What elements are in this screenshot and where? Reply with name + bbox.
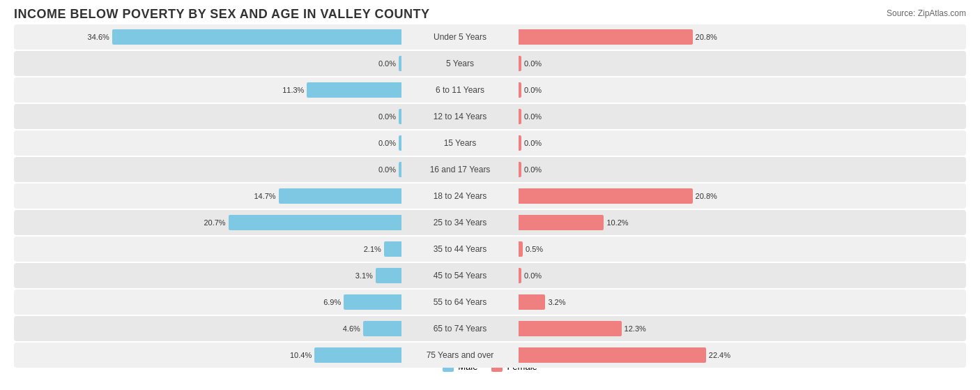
male-value-outside: 0.0% xyxy=(378,139,396,147)
right-side: 0.0% xyxy=(516,157,906,182)
male-bar xyxy=(399,135,401,151)
chart-area: 34.6%Under 5 Years20.8%0.0%5 Years0.0%11… xyxy=(14,24,966,345)
female-bar xyxy=(519,109,521,124)
right-side: 0.0% xyxy=(516,130,906,156)
right-side: 0.0% xyxy=(516,51,906,76)
male-bar xyxy=(112,29,401,45)
age-label: 5 Years xyxy=(404,59,516,68)
female-bar xyxy=(519,82,521,98)
left-side: 10.4% xyxy=(14,343,404,368)
female-value-outside: 3.2% xyxy=(548,298,565,306)
left-side: 11.3% xyxy=(14,77,404,103)
bar-row: 6.9%55 to 64 Years3.2% xyxy=(14,290,966,315)
female-value-outside: 0.5% xyxy=(526,245,543,253)
age-label: Under 5 Years xyxy=(404,32,516,42)
age-label: 16 and 17 Years xyxy=(404,165,516,174)
left-side: 0.0% xyxy=(14,130,404,156)
female-value-outside: 12.3% xyxy=(625,324,646,333)
female-value-outside: 20.8% xyxy=(696,192,717,200)
right-side: 0.0% xyxy=(516,263,906,288)
female-bar xyxy=(519,347,706,363)
female-bar xyxy=(519,294,545,310)
age-label: 75 Years and over xyxy=(404,350,516,360)
female-bar xyxy=(519,241,523,257)
female-value-outside: 10.2% xyxy=(606,218,628,227)
male-value-outside: 0.0% xyxy=(378,59,396,68)
age-label: 12 to 14 Years xyxy=(404,112,516,121)
left-side: 0.0% xyxy=(14,104,404,129)
male-bar xyxy=(376,268,401,283)
left-side: 34.6% xyxy=(14,24,404,50)
male-bar xyxy=(399,56,401,71)
female-bar xyxy=(519,188,693,204)
male-value-outside: 4.6% xyxy=(343,324,360,333)
female-bar xyxy=(519,135,521,151)
bar-row: 2.1%35 to 44 Years0.5% xyxy=(14,237,966,262)
age-label: 15 Years xyxy=(404,138,516,148)
male-value-outside: 11.3% xyxy=(282,86,304,94)
male-value-outside: 20.7% xyxy=(204,218,225,227)
bar-row: 4.6%65 to 74 Years12.3% xyxy=(14,316,966,341)
age-label: 65 to 74 Years xyxy=(404,324,516,333)
left-side: 0.0% xyxy=(14,51,404,76)
right-side: 0.5% xyxy=(516,237,906,262)
age-label: 6 to 11 Years xyxy=(404,85,516,95)
age-label: 35 to 44 Years xyxy=(404,244,516,254)
left-side: 4.6% xyxy=(14,316,404,341)
male-value-outside: 0.0% xyxy=(378,165,396,174)
female-value-outside: 0.0% xyxy=(524,86,542,94)
male-bar xyxy=(399,162,401,177)
male-bar xyxy=(307,82,401,98)
male-value-outside: 14.7% xyxy=(254,192,275,200)
male-bar xyxy=(229,215,401,230)
female-bar xyxy=(519,215,604,230)
bar-row: 14.7%18 to 24 Years20.8% xyxy=(14,183,966,209)
male-bar xyxy=(363,321,401,336)
left-side: 14.7% xyxy=(14,183,404,209)
right-side: 20.8% xyxy=(516,183,906,209)
male-bar xyxy=(314,347,401,363)
female-bar xyxy=(519,162,521,177)
left-side: 3.1% xyxy=(14,263,404,288)
male-bar xyxy=(279,188,401,204)
right-side: 3.2% xyxy=(516,290,906,315)
bar-row: 0.0%12 to 14 Years0.0% xyxy=(14,104,966,129)
age-label: 18 to 24 Years xyxy=(404,191,516,201)
bar-row: 0.0%15 Years0.0% xyxy=(14,130,966,156)
right-side: 10.2% xyxy=(516,210,906,235)
bar-row: 3.1%45 to 54 Years0.0% xyxy=(14,263,966,288)
female-value-outside: 20.8% xyxy=(696,33,717,41)
right-side: 22.4% xyxy=(516,343,906,368)
male-bar xyxy=(399,109,401,124)
age-label: 55 to 64 Years xyxy=(404,297,516,307)
male-value-outside: 2.1% xyxy=(364,245,381,253)
chart-title: INCOME BELOW POVERTY BY SEX AND AGE IN V… xyxy=(14,7,966,22)
age-label: 45 to 54 Years xyxy=(404,271,516,280)
left-side: 20.7% xyxy=(14,210,404,235)
chart-container: INCOME BELOW POVERTY BY SEX AND AGE IN V… xyxy=(0,0,980,390)
source-text: Source: ZipAtlas.com xyxy=(887,8,966,18)
male-bar xyxy=(344,294,401,310)
male-value-outside: 10.4% xyxy=(290,351,312,359)
female-bar xyxy=(519,56,521,71)
female-value-outside: 0.0% xyxy=(524,112,542,121)
right-side: 0.0% xyxy=(516,104,906,129)
bar-row: 11.3%6 to 11 Years0.0% xyxy=(14,77,966,103)
female-value-outside: 0.0% xyxy=(524,139,542,147)
left-side: 2.1% xyxy=(14,237,404,262)
female-value-outside: 22.4% xyxy=(709,351,730,359)
right-side: 12.3% xyxy=(516,316,906,341)
male-value-outside: 6.9% xyxy=(323,298,341,306)
female-value-outside: 0.0% xyxy=(524,271,542,280)
bar-row: 34.6%Under 5 Years20.8% xyxy=(14,24,966,50)
female-value-outside: 0.0% xyxy=(524,165,542,174)
age-label: 25 to 34 Years xyxy=(404,218,516,227)
female-bar xyxy=(519,268,521,283)
male-value-outside: 3.1% xyxy=(355,271,373,280)
male-bar xyxy=(384,241,401,257)
female-value-outside: 0.0% xyxy=(524,59,542,68)
left-side: 0.0% xyxy=(14,157,404,182)
female-bar xyxy=(519,29,693,45)
male-value-outside: 34.6% xyxy=(88,33,109,41)
bar-row: 10.4%75 Years and over22.4% xyxy=(14,343,966,368)
